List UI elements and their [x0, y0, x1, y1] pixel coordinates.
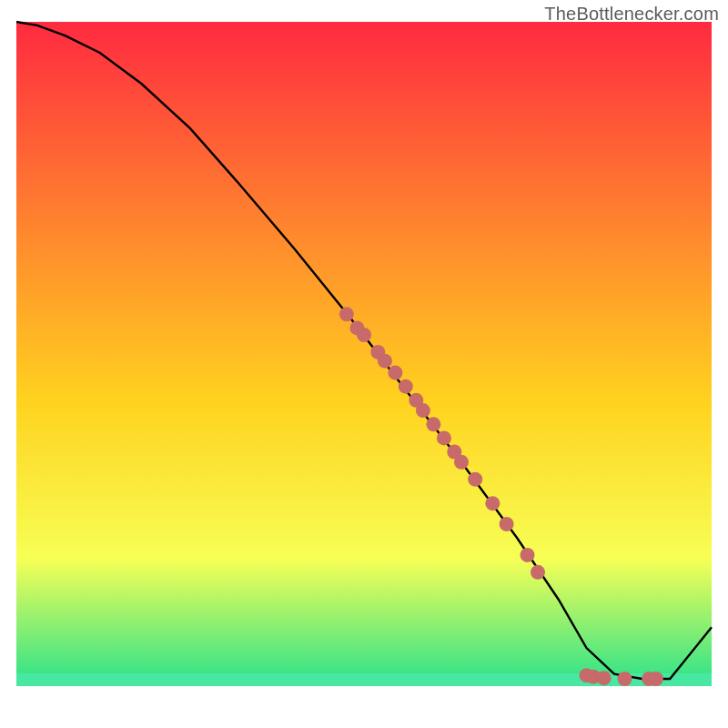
plot-area [16, 22, 712, 710]
scatter-point [521, 548, 535, 562]
scatter-point [531, 565, 545, 580]
baseline-white [16, 686, 712, 710]
scatter-point [500, 517, 514, 531]
scatter-point [339, 307, 354, 321]
scatter-point [388, 366, 402, 380]
scatter-point [454, 455, 469, 470]
chart-container: TheBottlenecker.com [0, 0, 728, 728]
scatter-point [399, 379, 413, 394]
attribution-label: TheBottlenecker.com [544, 4, 719, 25]
scatter-point [649, 672, 663, 686]
scatter-point [597, 671, 612, 685]
scatter-point [485, 496, 500, 511]
scatter-point [468, 472, 482, 487]
scatter-point [618, 672, 632, 686]
scatter-point [437, 430, 451, 445]
scatter-point [426, 417, 440, 431]
chart-svg [0, 0, 728, 728]
scatter-point [416, 403, 430, 418]
scatter-point [357, 328, 371, 342]
gradient-background [16, 22, 712, 710]
scatter-point [378, 354, 392, 369]
